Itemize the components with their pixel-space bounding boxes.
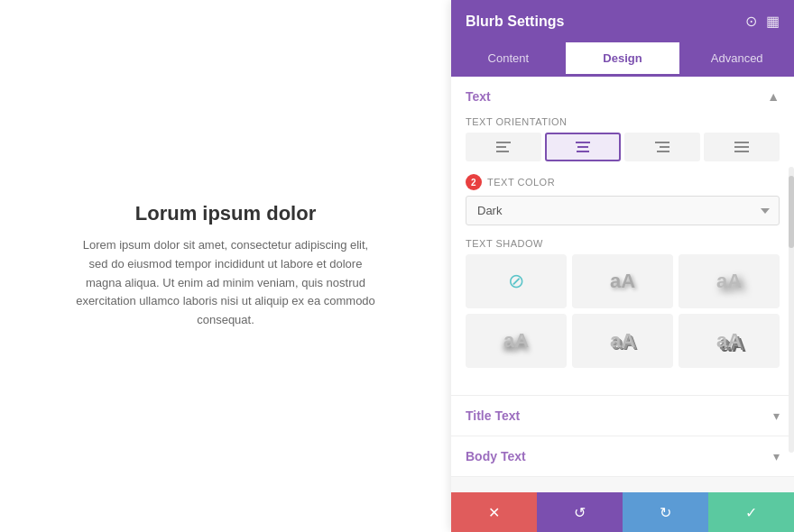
text-section: Text ▲ Text Orientation	[451, 77, 794, 396]
svg-rect-6	[655, 142, 669, 143]
text-section-content: Text Orientation	[451, 116, 794, 395]
preview-body: Lorem ipsum dolor sit amet, consectetur …	[72, 236, 379, 330]
scrollbar-thumb[interactable]	[789, 176, 794, 248]
panel-footer: ✕ ↺ ↻ ✓	[451, 492, 794, 532]
shadow-row: Text Shadow ⊘ aA	[466, 238, 780, 368]
align-right-icon	[655, 142, 669, 152]
panel-header: Blurb Settings ⊙ ▦	[451, 0, 794, 42]
settings-panel: Blurb Settings ⊙ ▦ Content Design Advanc…	[451, 0, 794, 532]
undo-button[interactable]: ↺	[537, 492, 623, 532]
tab-advanced[interactable]: Advanced	[679, 42, 794, 77]
svg-rect-11	[734, 151, 749, 152]
shadow-5-btn[interactable]: aA	[679, 314, 780, 368]
body-text-section-title: Body Text	[466, 449, 526, 463]
tab-content[interactable]: Content	[451, 42, 566, 77]
panel-title: Blurb Settings	[466, 14, 564, 30]
shadow-grid: ⊘ aA aA	[466, 254, 780, 368]
body-text-section: Body Text ▾	[451, 436, 794, 477]
color-select[interactable]: Dark Light Custom	[466, 196, 780, 225]
title-text-section-title: Title Text	[466, 408, 520, 423]
no-shadow-icon: ⊘	[508, 270, 524, 293]
align-justify-icon	[734, 142, 749, 152]
color-row: 2 Text Color Dark Light Custom	[466, 174, 780, 225]
shadow-5-preview: aA	[716, 329, 742, 353]
svg-rect-5	[577, 151, 589, 152]
orient-center[interactable]	[545, 133, 621, 161]
preview-heading: Lorum ipsum dolor	[135, 202, 316, 225]
svg-rect-1	[496, 146, 506, 148]
orient-justify[interactable]	[704, 133, 780, 161]
text-section-header[interactable]: Text ▲	[451, 77, 794, 116]
align-left-icon	[496, 142, 511, 152]
color-badge: 2	[466, 174, 482, 190]
svg-rect-9	[734, 142, 749, 143]
svg-rect-8	[657, 151, 669, 152]
shadow-4-btn[interactable]: aA	[572, 314, 673, 368]
color-label: 2 Text Color	[466, 174, 780, 190]
text-section-title: Text	[466, 89, 491, 104]
svg-rect-7	[660, 146, 669, 148]
align-center-icon	[576, 142, 590, 152]
shadow-1-btn[interactable]: aA	[572, 254, 673, 308]
title-text-toggle[interactable]: ▾	[773, 408, 780, 423]
orientation-row: Text Orientation	[466, 116, 780, 161]
orient-left[interactable]	[466, 133, 541, 161]
svg-rect-0	[496, 142, 511, 143]
svg-rect-4	[577, 146, 588, 148]
shadow-label: Text Shadow	[466, 238, 780, 249]
body-text-section-header[interactable]: Body Text ▾	[451, 436, 794, 476]
layout-icon[interactable]: ▦	[766, 13, 780, 30]
shadow-none-btn[interactable]: ⊘	[466, 254, 567, 308]
shadow-4-preview: aA	[610, 329, 635, 353]
shadow-2-btn[interactable]: aA	[679, 254, 780, 308]
svg-rect-10	[734, 146, 749, 148]
orient-right[interactable]	[624, 133, 700, 161]
panel-body: Text ▲ Text Orientation	[451, 77, 794, 477]
title-text-section-header[interactable]: Title Text ▾	[451, 396, 794, 436]
shadow-1-preview: aA	[610, 270, 635, 293]
shadow-3-btn[interactable]: aA	[466, 314, 567, 368]
text-section-toggle[interactable]: ▲	[767, 89, 780, 104]
svg-rect-2	[496, 151, 509, 152]
redo-button[interactable]: ↻	[623, 492, 708, 532]
save-button[interactable]: ✓	[708, 492, 794, 532]
body-text-toggle[interactable]: ▾	[773, 449, 780, 463]
svg-rect-3	[576, 142, 590, 143]
shadow-3-preview: aA	[503, 329, 529, 353]
cancel-button[interactable]: ✕	[451, 492, 537, 532]
title-text-section: Title Text ▾	[451, 396, 794, 436]
shadow-2-preview: aA	[716, 270, 742, 293]
panel-body-wrapper: Text ▲ Text Orientation	[451, 77, 794, 492]
preview-area: Lorum ipsum dolor Lorem ipsum dolor sit …	[0, 166, 451, 366]
tab-design[interactable]: Design	[566, 42, 680, 77]
scrollbar-track	[789, 167, 794, 453]
orientation-options	[466, 133, 780, 161]
settings-icon[interactable]: ⊙	[745, 13, 757, 30]
panel-header-icons: ⊙ ▦	[745, 13, 780, 30]
main-area: Lorum ipsum dolor Lorem ipsum dolor sit …	[0, 0, 794, 532]
orientation-label: Text Orientation	[466, 116, 780, 127]
tab-bar: Content Design Advanced	[451, 42, 794, 77]
